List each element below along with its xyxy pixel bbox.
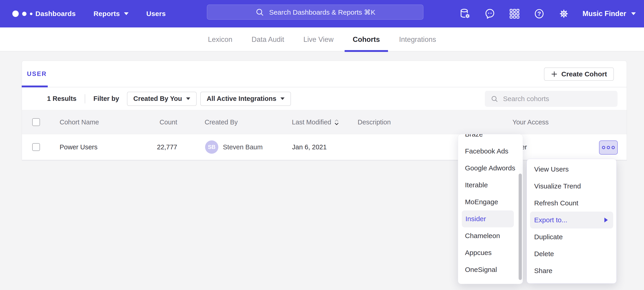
cohorts-page: Dashboards Reports Users Search Dashboar… bbox=[0, 0, 644, 290]
integrations-filter-dropdown[interactable]: All Active Integrations bbox=[200, 92, 291, 106]
help-icon[interactable]: ? bbox=[533, 8, 545, 20]
mixpanel-logo[interactable] bbox=[12, 0, 32, 28]
tab-data-audit[interactable]: Data Audit bbox=[252, 28, 284, 51]
filter-toolbar: 1 Results Filter by Created By You All A… bbox=[22, 87, 627, 110]
chevron-down-icon bbox=[124, 12, 128, 15]
divider bbox=[85, 94, 85, 103]
feedback-chat-icon[interactable] bbox=[484, 8, 496, 20]
submenu-item-onesignal[interactable]: OneSignal bbox=[458, 261, 523, 278]
chevron-down-icon bbox=[186, 97, 190, 100]
nav-dashboards[interactable]: Dashboards bbox=[36, 10, 76, 18]
column-created-by: Created By bbox=[204, 118, 238, 126]
chevron-down-icon bbox=[280, 97, 284, 100]
menu-item-visualize-trend[interactable]: Visualize Trend bbox=[527, 178, 616, 195]
logo-dot-medium bbox=[22, 12, 26, 16]
dot-icon bbox=[612, 146, 615, 149]
chevron-down-icon bbox=[631, 12, 636, 15]
dot-icon bbox=[602, 146, 605, 149]
topbar-actions: ? Music Finder bbox=[459, 8, 636, 20]
submenu-arrow-icon bbox=[604, 217, 608, 223]
tab-user-cohorts[interactable]: USER bbox=[27, 70, 47, 78]
export-destination-submenu: Braze Facebook Ads Google Adwords Iterab… bbox=[458, 134, 523, 284]
submenu-item-facebook-ads[interactable]: Facebook Ads bbox=[458, 143, 523, 160]
submenu-scrollbar-thumb[interactable] bbox=[519, 174, 522, 280]
panel-header: USER Create Cohort bbox=[22, 61, 627, 87]
tab-integrations[interactable]: Integrations bbox=[399, 28, 436, 51]
submenu-item-iterable[interactable]: Iterable bbox=[458, 177, 523, 194]
menu-item-share[interactable]: Share bbox=[527, 262, 616, 279]
cohort-table-header: Cohort Name Count Created By Last Modifi… bbox=[22, 110, 627, 134]
submenu-item-insider[interactable]: Insider bbox=[462, 210, 514, 227]
logo-dot-large bbox=[12, 11, 19, 17]
created-by-filter-dropdown[interactable]: Created By You bbox=[127, 92, 197, 106]
settings-gear-icon[interactable] bbox=[558, 8, 570, 20]
primary-nav: Dashboards Reports Users bbox=[36, 10, 166, 18]
tab-live-view[interactable]: Live View bbox=[303, 28, 334, 51]
cohort-search-box bbox=[485, 91, 618, 107]
column-count: Count bbox=[132, 118, 177, 126]
column-last-modified-label: Last Modified bbox=[292, 118, 331, 126]
data-management-icon[interactable] bbox=[459, 8, 471, 20]
cohort-count: 22,777 bbox=[132, 143, 177, 151]
submenu-item-moengage[interactable]: MoEngage bbox=[458, 194, 523, 210]
nav-reports[interactable]: Reports bbox=[94, 10, 128, 18]
menu-item-delete[interactable]: Delete bbox=[527, 245, 616, 262]
menu-item-refresh-count[interactable]: Refresh Count bbox=[527, 195, 616, 212]
submenu-item-appcues[interactable]: Appcues bbox=[458, 244, 523, 261]
project-selector[interactable]: Music Finder bbox=[582, 10, 636, 18]
row-more-actions-button[interactable] bbox=[599, 140, 618, 155]
top-navigation-bar: Dashboards Reports Users Search Dashboar… bbox=[0, 0, 644, 28]
nav-dashboards-label: Dashboards bbox=[36, 10, 76, 18]
data-section-tabs: Lexicon Data Audit Live View Cohorts Int… bbox=[0, 28, 644, 51]
global-search-placeholder: Search Dashboards & Reports ⌘K bbox=[269, 8, 375, 16]
apps-grid-icon[interactable] bbox=[508, 8, 520, 20]
global-search-bar[interactable]: Search Dashboards & Reports ⌘K bbox=[207, 5, 424, 20]
created-by-filter-label: Created By You bbox=[133, 95, 182, 102]
column-last-modified[interactable]: Last Modified bbox=[292, 118, 339, 126]
last-modified-date: Jan 6, 2021 bbox=[292, 143, 327, 151]
submenu-item-braze[interactable]: Braze bbox=[458, 134, 523, 143]
column-description: Description bbox=[358, 118, 391, 126]
menu-item-duplicate[interactable]: Duplicate bbox=[527, 228, 616, 245]
project-name: Music Finder bbox=[582, 10, 626, 18]
cohort-actions-menu: View Users Visualize Trend Refresh Count… bbox=[526, 159, 616, 283]
submenu-item-chameleon[interactable]: Chameleon bbox=[458, 227, 523, 244]
create-cohort-label: Create Cohort bbox=[561, 70, 607, 78]
menu-item-export-to-label: Export to... bbox=[534, 216, 567, 224]
select-all-checkbox[interactable] bbox=[32, 118, 40, 126]
avatar: SB bbox=[205, 140, 218, 154]
logo-dot-small bbox=[30, 13, 32, 15]
search-icon bbox=[490, 94, 498, 103]
cohorts-panel: USER Create Cohort 1 Results Filter by C… bbox=[22, 61, 627, 161]
create-cohort-button[interactable]: Create Cohort bbox=[544, 67, 614, 81]
results-count: 1 Results bbox=[47, 95, 76, 102]
nav-users[interactable]: Users bbox=[146, 10, 166, 18]
nav-reports-label: Reports bbox=[94, 10, 120, 18]
row-checkbox[interactable] bbox=[32, 143, 40, 151]
svg-text:?: ? bbox=[537, 10, 541, 17]
sort-icon bbox=[334, 118, 339, 126]
submenu-item-google-adwords[interactable]: Google Adwords bbox=[458, 160, 523, 177]
cohort-table-row: Power Users 22,777 SB Steven Baum Jan 6,… bbox=[22, 134, 627, 160]
cohort-search-input[interactable] bbox=[503, 95, 612, 103]
search-icon bbox=[255, 7, 264, 17]
nav-users-label: Users bbox=[146, 10, 166, 18]
column-cohort-name: Cohort Name bbox=[60, 118, 99, 126]
menu-item-export-to[interactable]: Export to... bbox=[530, 212, 613, 228]
tab-cohorts[interactable]: Cohorts bbox=[353, 28, 380, 51]
integrations-filter-label: All Active Integrations bbox=[207, 95, 276, 102]
tab-lexicon[interactable]: Lexicon bbox=[208, 28, 232, 51]
menu-item-view-users[interactable]: View Users bbox=[527, 161, 616, 178]
created-by-name: Steven Baum bbox=[223, 143, 262, 151]
plus-icon bbox=[551, 71, 558, 78]
dot-icon bbox=[607, 146, 610, 149]
filter-by-label: Filter by bbox=[94, 95, 119, 102]
cohort-name-link[interactable]: Power Users bbox=[60, 143, 98, 151]
column-your-access: Your Access bbox=[512, 118, 549, 126]
active-tab-underline bbox=[22, 86, 48, 87]
